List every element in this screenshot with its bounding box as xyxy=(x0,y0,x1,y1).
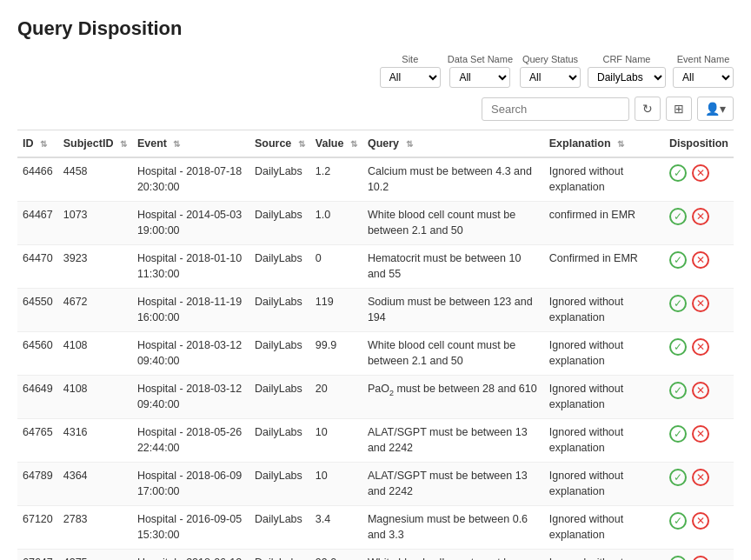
cell-query: White blood cell count must be between 2… xyxy=(362,332,544,376)
cell-source: DailyLabs xyxy=(249,419,310,463)
approve-icon[interactable]: ✓ xyxy=(669,251,687,269)
cell-explanation: Confirmed in EMR xyxy=(544,245,664,289)
cell-value: 1.0 xyxy=(310,202,362,245)
reject-icon[interactable]: ✕ xyxy=(692,382,709,399)
cell-subject-id: 4316 xyxy=(58,419,132,463)
cell-explanation: Ignored without explanation xyxy=(544,376,664,419)
cell-subject-id: 4108 xyxy=(58,332,132,376)
approve-icon[interactable]: ✓ xyxy=(669,512,687,530)
table-row: 64467 1073 Hospital - 2014-05-03 19:00:0… xyxy=(17,202,734,245)
cell-event: Hospital - 2018-05-26 22:44:00 xyxy=(132,419,249,463)
disposition-icons: ✓ ✕ xyxy=(669,251,728,269)
col-explanation: Explanation ⇅ xyxy=(544,130,664,158)
disposition-icons: ✓ ✕ xyxy=(669,425,728,443)
cell-id: 67647 xyxy=(17,550,58,561)
sort-id-icon[interactable]: ⇅ xyxy=(40,139,47,149)
cell-explanation: Ignored without explanation xyxy=(544,550,664,561)
refresh-button[interactable]: ↻ xyxy=(635,97,661,121)
event-name-label: Event Name xyxy=(677,54,730,64)
approve-icon[interactable]: ✓ xyxy=(669,425,687,443)
cell-id: 64789 xyxy=(17,463,58,506)
dataset-filter-label: Data Set Name xyxy=(448,54,513,64)
cell-value: 3.4 xyxy=(310,506,362,550)
event-name-select[interactable]: All xyxy=(673,67,734,88)
disposition-icons: ✓ ✕ xyxy=(669,512,728,530)
cell-explanation: Ignored without explanation xyxy=(544,419,664,463)
approve-icon[interactable]: ✓ xyxy=(669,338,687,356)
cell-value: 10 xyxy=(310,419,362,463)
reject-icon[interactable]: ✕ xyxy=(692,164,709,182)
approve-icon[interactable]: ✓ xyxy=(669,295,687,312)
reject-icon[interactable]: ✕ xyxy=(692,295,709,312)
site-filter-label: Site xyxy=(402,54,418,64)
approve-icon[interactable]: ✓ xyxy=(669,208,687,225)
cell-id: 64765 xyxy=(17,419,58,463)
cell-value: 99.0 xyxy=(310,550,362,561)
grid-view-button[interactable]: ⊞ xyxy=(666,97,692,121)
grid-icon: ⊞ xyxy=(674,102,684,116)
crf-name-select[interactable]: DailyLabs All xyxy=(588,67,666,88)
cell-subject-id: 3923 xyxy=(58,245,132,289)
reject-icon[interactable]: ✕ xyxy=(692,251,709,269)
cell-explanation: Ignored without explanation xyxy=(544,463,664,506)
query-status-filter[interactable]: Query Status All xyxy=(520,54,581,88)
cell-explanation: Ignored without explanation xyxy=(544,157,664,202)
reject-icon[interactable]: ✕ xyxy=(692,208,709,225)
search-input[interactable] xyxy=(482,97,629,121)
cell-event: Hospital - 2018-03-12 09:40:00 xyxy=(132,376,249,419)
approve-icon[interactable]: ✓ xyxy=(669,382,687,399)
reject-icon[interactable]: ✕ xyxy=(692,556,709,560)
table-row: 64649 4108 Hospital - 2018-03-12 09:40:0… xyxy=(17,376,734,419)
disposition-icons: ✓ ✕ xyxy=(669,295,728,312)
reject-icon[interactable]: ✕ xyxy=(692,512,709,530)
sort-event-icon[interactable]: ⇅ xyxy=(173,139,180,149)
cell-id: 64560 xyxy=(17,332,58,376)
cell-source: DailyLabs xyxy=(249,332,310,376)
approve-icon[interactable]: ✓ xyxy=(669,164,687,182)
cell-value: 1.2 xyxy=(310,157,362,202)
cell-query: Calcium must be between 4.3 and 10.2 xyxy=(362,157,544,202)
sort-source-icon[interactable]: ⇅ xyxy=(298,139,305,149)
cell-explanation: Ignored without explanation xyxy=(544,332,664,376)
cell-disposition: ✓ ✕ xyxy=(664,245,734,289)
cell-query: ALAT/SGPT must be between 13 and 2242 xyxy=(362,463,544,506)
sort-query-icon[interactable]: ⇅ xyxy=(406,139,413,149)
query-status-select[interactable]: All xyxy=(520,67,581,88)
cell-query: ALAT/SGPT must be between 13 and 2242 xyxy=(362,419,544,463)
cell-source: DailyLabs xyxy=(249,506,310,550)
sort-value-icon[interactable]: ⇅ xyxy=(350,139,357,149)
cell-source: DailyLabs xyxy=(249,289,310,332)
dataset-filter[interactable]: Data Set Name All xyxy=(448,54,513,88)
disposition-icons: ✓ ✕ xyxy=(669,556,728,560)
table-row: 64560 4108 Hospital - 2018-03-12 09:40:0… xyxy=(17,332,734,376)
crf-name-label: CRF Name xyxy=(602,54,650,64)
col-event: Event ⇅ xyxy=(132,130,249,158)
approve-icon[interactable]: ✓ xyxy=(669,469,687,486)
event-name-filter[interactable]: Event Name All xyxy=(673,54,734,88)
disposition-icons: ✓ ✕ xyxy=(669,208,728,225)
cell-id: 67120 xyxy=(17,506,58,550)
table-header-row: ID ⇅ SubjectID ⇅ Event ⇅ Source ⇅ Value … xyxy=(17,130,734,158)
reject-icon[interactable]: ✕ xyxy=(692,469,709,486)
cell-id: 64466 xyxy=(17,157,58,202)
reject-icon[interactable]: ✕ xyxy=(692,338,709,356)
sort-explanation-icon[interactable]: ⇅ xyxy=(617,139,624,149)
dataset-select[interactable]: All xyxy=(449,67,510,88)
reject-icon[interactable]: ✕ xyxy=(692,425,709,443)
cell-query: White blood cell count must be between 2… xyxy=(362,202,544,245)
cell-disposition: ✓ ✕ xyxy=(664,289,734,332)
user-export-button[interactable]: 👤▾ xyxy=(697,97,734,121)
site-filter[interactable]: Site All xyxy=(380,54,441,88)
cell-source: DailyLabs xyxy=(249,157,310,202)
sort-subjectid-icon[interactable]: ⇅ xyxy=(120,139,127,149)
query-status-label: Query Status xyxy=(522,54,578,64)
crf-name-filter[interactable]: CRF Name DailyLabs All xyxy=(588,54,666,88)
cell-value: 10 xyxy=(310,463,362,506)
site-select[interactable]: All xyxy=(380,67,441,88)
approve-icon[interactable]: ✓ xyxy=(669,556,687,560)
cell-source: DailyLabs xyxy=(249,202,310,245)
cell-source: DailyLabs xyxy=(249,550,310,561)
query-table: ID ⇅ SubjectID ⇅ Event ⇅ Source ⇅ Value … xyxy=(17,130,734,560)
cell-query: PaO2 must be between 28 and 610 xyxy=(362,376,544,419)
col-value: Value ⇅ xyxy=(310,130,362,158)
